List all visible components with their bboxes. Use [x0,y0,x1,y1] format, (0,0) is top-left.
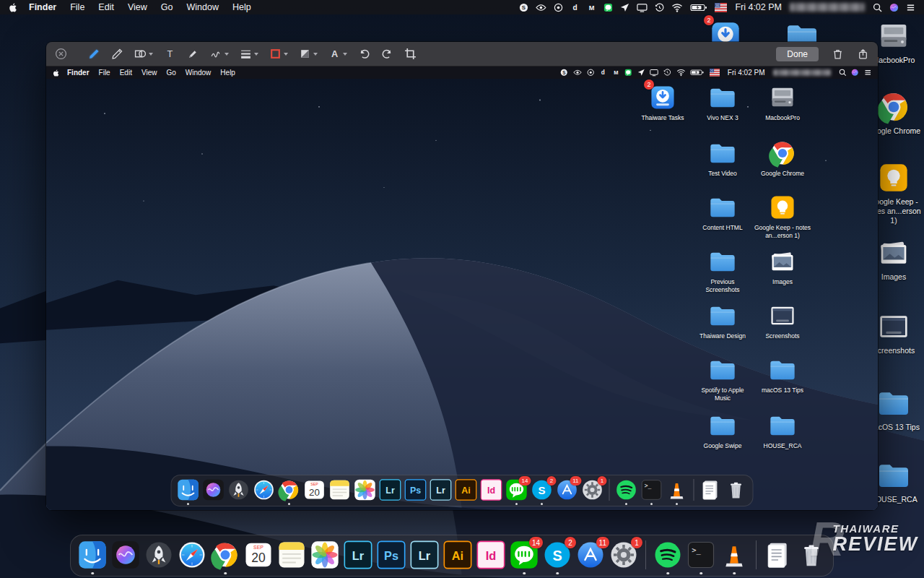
dock-icon-siri[interactable] [110,540,141,570]
dock-icon-documents[interactable] [763,540,793,570]
battery-icon[interactable] [690,69,704,77]
sketch-tool[interactable] [88,48,100,60]
disc-icon[interactable] [554,3,563,12]
mail-icon[interactable]: M [612,69,620,77]
dock-icon-terminal[interactable]: >_ [686,540,716,570]
dock-icon-terminal[interactable]: >_ [640,478,663,501]
dock-icon-spotify[interactable] [653,540,683,570]
usflag-icon[interactable] [710,69,720,77]
menu-help[interactable]: Help [232,2,251,12]
fill-color-tool[interactable] [299,48,318,60]
rotate-right-tool[interactable] [381,48,393,60]
battery-icon[interactable] [690,3,707,12]
menu-file[interactable]: File [99,69,110,77]
rotate-left-tool[interactable] [358,48,370,60]
dock-icon-settings[interactable]: 1 [609,540,639,570]
dletter-icon[interactable]: d [599,69,607,77]
menu-go[interactable]: Go [166,69,175,77]
dock-icon-chrome[interactable] [278,478,301,501]
siri-icon[interactable] [851,69,859,77]
dock-icon-vlc[interactable] [666,478,689,501]
dock-icon-photos[interactable] [310,540,340,570]
location-icon[interactable] [637,69,645,77]
search-icon[interactable] [839,69,847,77]
desktop-icon-previous-screenshots[interactable]: Previous Screenshots [694,247,751,293]
menu-finder[interactable]: Finder [29,2,56,12]
display-icon[interactable] [650,69,658,77]
draw-tool[interactable] [111,48,123,60]
menu-go[interactable]: Go [161,2,173,12]
close-tool[interactable] [55,48,67,60]
dock-icon-notes[interactable] [328,478,352,501]
dock-icon-vlc[interactable] [719,540,749,570]
dock-icon-finder[interactable] [177,478,200,501]
dock-icon-indesign[interactable]: Id [480,478,503,501]
line-icon[interactable] [624,69,632,77]
location-icon[interactable] [620,3,629,12]
menu-bar-clock[interactable]: Fri 4:02 PM [735,2,782,12]
sign-tool[interactable] [210,48,229,60]
dock-icon-indesign[interactable]: Id [476,540,506,570]
eye-icon[interactable] [573,69,582,77]
skype-icon[interactable]: S [560,69,568,77]
display-icon[interactable] [637,3,648,12]
dock-icon-photoshop[interactable]: Ps [376,540,406,570]
usflag-icon[interactable] [715,3,727,12]
dock-icon-lightroom[interactable]: Lr [343,540,373,570]
list-icon[interactable] [864,69,872,77]
dock-icon-lightroom-classic[interactable]: Lr [409,540,440,570]
dock-icon-line[interactable]: 14 [509,540,539,570]
dock-icon-notes[interactable] [276,540,307,570]
desktop-icon-google-chrome[interactable]: Google Chrome [754,139,811,178]
desktop-icon-content-html[interactable]: Content HTML [694,193,751,232]
line-weight-tool[interactable] [240,48,258,60]
dock-icon-finder[interactable] [77,540,108,570]
dock-icon-settings[interactable]: 1 [581,478,604,501]
menu-finder[interactable]: Finder [67,69,90,77]
dock-icon-safari[interactable] [253,478,276,501]
dock-icon-photos[interactable] [354,478,377,501]
menu-window[interactable]: Window [186,69,212,77]
disc-icon[interactable] [587,69,595,77]
dock-icon-launchpad[interactable] [144,540,174,570]
skype-icon[interactable]: S [519,3,528,12]
desktop-icon-images[interactable]: Images [754,247,811,286]
dock-icon-calendar[interactable]: SEP20 [303,478,326,501]
line-icon[interactable] [603,3,613,12]
share-button[interactable] [857,48,869,60]
dock-icon-skype[interactable]: S2 [531,478,554,501]
apple-menu[interactable] [9,3,18,12]
dock-icon-safari[interactable] [177,540,207,570]
user-name-blurred[interactable] [790,3,865,12]
crop-tool[interactable] [404,48,417,60]
wifi-icon[interactable] [671,3,683,12]
dock-icon-documents[interactable] [699,478,723,501]
desktop-icon-thaiware-tasks[interactable]: 2Thaiware Tasks [634,83,692,122]
menu-view[interactable]: View [128,2,147,12]
desktop-icon-spotify-to-apple-music[interactable]: Spotify to Apple Music [694,355,751,402]
dock-icon-appstore[interactable]: 11 [575,540,606,570]
dock-icon-lightroom-classic[interactable]: Lr [430,478,453,501]
timemachine-icon[interactable] [655,3,664,12]
menu-edit[interactable]: Edit [120,69,132,77]
done-button[interactable]: Done [776,47,819,61]
text-tool[interactable]: T [164,48,176,60]
search-icon[interactable] [873,3,882,12]
desktop-icon-macbookpro[interactable]: MacbookPro [754,83,811,122]
dock-icon-illustrator[interactable]: Ai [455,478,478,501]
trash-tool-button[interactable] [832,48,844,60]
dock-icon-line[interactable]: 14 [505,478,528,501]
menu-help[interactable]: Help [220,69,235,77]
dock-icon-skype[interactable]: S2 [542,540,572,570]
dock-icon-chrome[interactable] [210,540,240,570]
desktop-icon-test-video[interactable]: Test Video [694,139,751,178]
desktop-icon-macos-13-tips[interactable]: macOS 13 Tips [754,355,811,394]
eye-icon[interactable] [536,3,546,12]
list-icon[interactable] [906,3,915,12]
mail-icon[interactable]: M [587,3,596,12]
dock-icon-lightroom[interactable]: Lr [379,478,402,501]
wifi-icon[interactable] [676,69,686,77]
shapes-tool[interactable] [134,48,153,60]
desktop-icon-house-rca[interactable]: HOUSE_RCA [754,411,811,450]
menu-edit[interactable]: Edit [98,2,114,12]
